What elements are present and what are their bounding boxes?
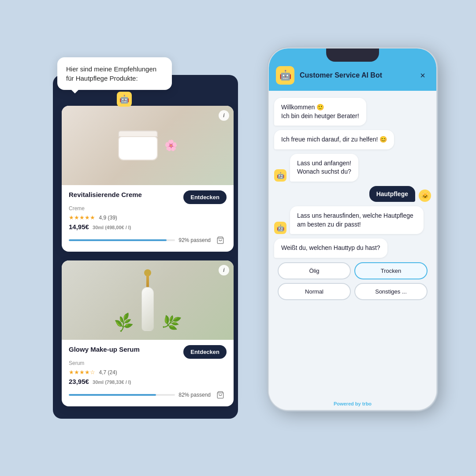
match-fill-2 xyxy=(69,394,156,396)
info-icon-1[interactable]: i xyxy=(219,110,229,121)
flower-decoration: 🌸 xyxy=(164,139,178,152)
product-price-2: 23,95€ 30ml (798,33€ / l) xyxy=(69,378,227,385)
product-header-1: Revitalisierende Creme Entdecken xyxy=(69,190,227,204)
product-info-1: Revitalisierende Creme Entdecken Creme ★… xyxy=(62,185,234,252)
product-card-1: i 🌸 Revitalisierende Creme Entdecken Cre… xyxy=(62,106,234,252)
product-image-2: i 🌿 🌿 xyxy=(62,260,234,340)
product-cards-container: i 🌸 Revitalisierende Creme Entdecken Cre… xyxy=(62,106,234,415)
price-per-unit-1: 30ml (498,00€ / l) xyxy=(93,225,131,230)
bot-mini-avatar-3: 🤖 xyxy=(274,169,286,182)
phone-mockup: 🤖 Customer Service AI Bot × Willkommen 🙂… xyxy=(269,48,436,410)
leaf-decoration: 🌿 xyxy=(113,312,135,333)
user-avatar: 🐱 xyxy=(419,190,431,202)
product-card-2: i 🌿 🌿 Glowy Make-up Serum Entdecken Ser xyxy=(62,260,234,406)
rating-text-2: 4,7 (24) xyxy=(99,369,117,376)
match-bar-track-2 xyxy=(69,394,175,396)
discover-button-1[interactable]: Entdecken xyxy=(183,190,227,204)
chat-title: Customer Service AI Bot xyxy=(300,71,411,79)
bot-avatar-header: 🤖 xyxy=(276,66,294,85)
message-1: Willkommen 🙂 Ich bin dein heutger Berate… xyxy=(274,98,366,126)
powered-by-brand: trbo xyxy=(362,401,372,406)
robot-icon-small: 🤖 xyxy=(117,92,132,107)
powered-by: Powered by trbo xyxy=(269,398,436,410)
stars-1: ★★★★★ xyxy=(69,214,95,221)
rating-text-1: 4,9 (39) xyxy=(99,215,117,221)
option-normal[interactable]: Normal xyxy=(278,283,351,300)
option-sonstiges[interactable]: Sonstiges ... xyxy=(354,283,428,300)
match-fill-1 xyxy=(69,239,167,241)
product-info-2: Glowy Make-up Serum Entdecken Serum ★★★★… xyxy=(62,340,234,406)
stars-2: ★★★★☆ xyxy=(69,369,95,376)
option-oelig[interactable]: Ölig xyxy=(278,262,351,279)
speech-bubble-text: Hier sind meine Empfehlungen für Hautpfl… xyxy=(66,65,156,82)
close-button[interactable]: × xyxy=(416,69,429,82)
match-bar-track-1 xyxy=(69,239,175,241)
product-name-2: Glowy Make-up Serum xyxy=(69,345,179,354)
message-3: Lass und anfangen! Wonach suchst du? xyxy=(290,154,358,182)
match-text-1: 92% passend xyxy=(178,237,211,243)
product-price-1: 14,95€ 30ml (498,00€ / l) xyxy=(69,223,227,231)
bot-mini-avatar-5: 🤖 xyxy=(274,222,286,234)
price-per-unit-2: 30ml (798,33€ / l) xyxy=(93,379,131,385)
match-bar-2: 82% passend xyxy=(69,389,227,401)
product-rating-1: ★★★★★ 4,9 (39) xyxy=(69,213,227,221)
message-2: Ich freue mich darauf, dir zu helfen! 😊 xyxy=(274,130,394,149)
message-3-container: 🤖 Lass und anfangen! Wonach suchst du? xyxy=(274,154,431,182)
product-image-1: i 🌸 xyxy=(62,106,234,185)
match-text-2: 82% passend xyxy=(178,392,211,398)
leaf-decoration-2: 🌿 xyxy=(160,312,183,333)
product-type-1: Creme xyxy=(69,205,227,212)
chat-container: 🤖 Customer Service AI Bot × Willkommen 🙂… xyxy=(269,48,436,410)
info-icon-2[interactable]: i xyxy=(219,265,229,275)
cart-icon-1[interactable] xyxy=(214,234,227,246)
cart-icon-2[interactable] xyxy=(214,389,227,401)
message-4-container: Hautpflege 🐱 xyxy=(274,186,431,202)
message-5: Lass uns herausfinden, welche Hautpflege… xyxy=(290,206,424,234)
message-5-container: 🤖 Lass uns herausfinden, welche Hautpfle… xyxy=(274,206,431,234)
product-type-2: Serum xyxy=(69,360,227,366)
option-trocken[interactable]: Trocken xyxy=(354,262,428,279)
chat-messages: Willkommen 🙂 Ich bin dein heutger Berate… xyxy=(269,91,436,398)
skin-type-options: Ölig Trocken Normal Sonstiges ... xyxy=(274,262,431,300)
discover-button-2[interactable]: Entdecken xyxy=(183,345,227,359)
product-name-1: Revitalisierende Creme xyxy=(69,190,179,199)
product-header-2: Glowy Make-up Serum Entdecken xyxy=(69,345,227,359)
scene: Hier sind meine Empfehlungen für Hautpfl… xyxy=(40,40,436,436)
speech-bubble: Hier sind meine Empfehlungen für Hautpfl… xyxy=(57,57,172,90)
match-bar-1: 92% passend xyxy=(69,234,227,246)
serum-bottle xyxy=(141,269,154,331)
message-6: Weißt du, welchen Hauttyp du hast? xyxy=(274,238,387,258)
message-4: Hautpflege xyxy=(369,186,415,202)
phone-notch xyxy=(326,48,379,62)
product-rating-2: ★★★★☆ 4,7 (24) xyxy=(69,368,227,376)
